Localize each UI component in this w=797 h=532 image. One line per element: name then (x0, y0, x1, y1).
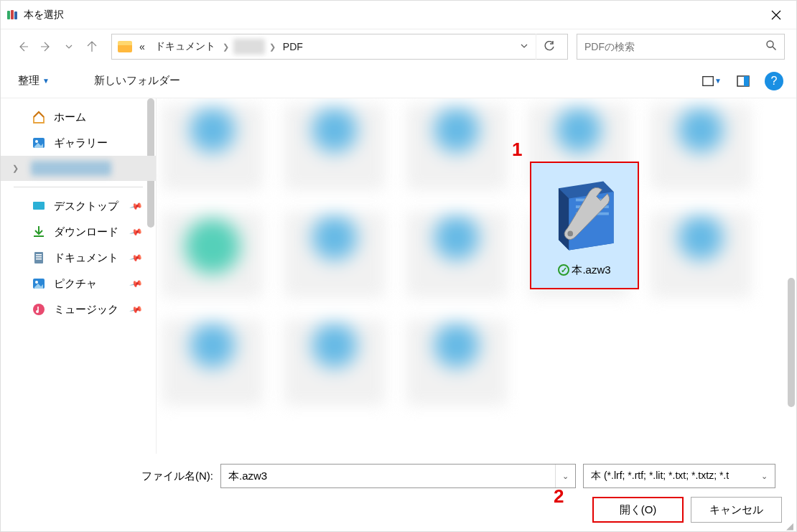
svg-rect-2 (14, 11, 17, 19)
file-thumbnail (541, 174, 628, 261)
sidebar-label-gallery: ギャラリー (54, 136, 108, 150)
new-folder-button[interactable]: 新しいフォルダー (90, 71, 185, 90)
filename-label: ファイル名(N): (141, 470, 213, 483)
svg-point-8 (35, 140, 38, 143)
footer: ファイル名(N): ⌄ 本 (*.lrf; *.rtf; *.lit; *.tx… (1, 454, 796, 531)
filename-input[interactable] (221, 470, 555, 482)
svg-rect-10 (34, 252, 43, 263)
toolbar: 整理▼ 新しいフォルダー ▼ ? (1, 64, 796, 98)
pin-icon: 📌 (129, 302, 144, 317)
sidebar-item-documents[interactable]: ドキュメント 📌 (1, 245, 156, 271)
file-label: ✓ 本.azw3 (558, 263, 610, 277)
file-open-dialog: 本を選択 « ドキュメント ❯ xxx ❯ PDF 整理▼ (0, 0, 797, 532)
pin-icon: 📌 (129, 276, 144, 291)
resize-grip[interactable]: ◢ (786, 524, 793, 528)
search-box[interactable] (577, 34, 785, 60)
svg-rect-4 (703, 76, 713, 85)
close-button[interactable] (762, 1, 791, 29)
document-icon (31, 250, 47, 266)
svg-point-16 (33, 304, 45, 315)
sidebar-label-pictures: ピクチャ (54, 277, 97, 291)
arrow-up-icon (86, 41, 98, 52)
forward-button[interactable] (35, 35, 57, 58)
file-item-selected[interactable]: ✓ 本.azw3 (530, 162, 639, 289)
desktop-icon (31, 198, 47, 214)
open-button[interactable]: 開く(O) (592, 497, 684, 523)
svg-rect-11 (36, 254, 42, 256)
arrow-left-icon (17, 41, 29, 52)
annotation-marker-1: 1 (512, 139, 522, 161)
gallery-icon (31, 135, 47, 151)
body: ホーム ギャラリー ❯ xxxxx xxxx デスクトップ 📌 ダウンロード 📌 (1, 98, 796, 454)
filename-dropdown[interactable]: ⌄ (555, 465, 575, 487)
search-input[interactable] (584, 41, 765, 52)
sidebar-item-music[interactable]: ミュージック 📌 (1, 297, 156, 322)
file-list-pane[interactable]: 1 ✓ 本.azw3 (157, 98, 796, 454)
svg-rect-12 (36, 256, 42, 258)
filename-combobox[interactable]: ⌄ (220, 464, 576, 488)
filetype-filter[interactable]: 本 (*.lrf; *.rtf; *.lit; *.txt; *.txtz; *… (583, 464, 775, 488)
sidebar-item-redacted[interactable]: ❯ xxxxx xxxx (1, 156, 156, 181)
folder-icon (118, 41, 132, 52)
sidebar-divider (14, 187, 143, 187)
up-button[interactable] (81, 35, 103, 58)
file-name: 本.azw3 (572, 263, 610, 277)
filter-text: 本 (*.lrf; *.rtf; *.lit; *.txt; *.txtz; *… (591, 470, 729, 482)
download-icon (31, 224, 47, 240)
sidebar-item-home[interactable]: ホーム (1, 104, 156, 130)
chevron-right-icon: ❯ (223, 42, 229, 52)
sidebar-item-downloads[interactable]: ダウンロード 📌 (1, 219, 156, 245)
nav-row: « ドキュメント ❯ xxx ❯ PDF (1, 29, 796, 64)
cancel-button[interactable]: キャンセル (691, 497, 782, 523)
pin-icon: 📌 (129, 251, 144, 265)
toolbar-right: ▼ ? (702, 71, 783, 91)
blurred-file-items (162, 104, 791, 448)
sidebar-label-desktop: デスクトップ (54, 200, 118, 213)
back-button[interactable] (12, 35, 34, 58)
filename-row: ファイル名(N): ⌄ 本 (*.lrf; *.rtf; *.lit; *.tx… (15, 464, 782, 488)
sidebar-label-documents: ドキュメント (54, 251, 118, 265)
preview-pane-icon (736, 74, 750, 88)
dialog-title: 本を選択 (24, 9, 762, 22)
arrow-right-icon (40, 41, 52, 52)
chevron-right-icon: ❯ (269, 42, 276, 52)
chevron-down-icon: ⌄ (757, 472, 768, 481)
svg-point-17 (36, 310, 39, 313)
help-button[interactable]: ? (765, 72, 783, 90)
svg-rect-13 (36, 258, 42, 260)
file-area-scrollbar[interactable] (788, 278, 795, 407)
search-icon[interactable] (765, 39, 777, 54)
refresh-button[interactable] (536, 34, 561, 60)
music-icon (31, 302, 47, 317)
svg-rect-1 (11, 10, 14, 19)
chevron-right-icon: ❯ (12, 164, 19, 173)
annotation-marker-2: 2 (554, 485, 564, 508)
svg-point-21 (567, 230, 573, 236)
preview-pane-button[interactable] (733, 71, 753, 91)
chevron-down-icon: ▼ (42, 77, 50, 85)
breadcrumb-seg-redacted[interactable]: xxx (233, 39, 265, 55)
sidebar: ホーム ギャラリー ❯ xxxxx xxxx デスクトップ 📌 ダウンロード 📌 (1, 98, 157, 454)
organize-menu[interactable]: 整理▼ (14, 71, 54, 90)
pin-icon: 📌 (129, 225, 144, 239)
breadcrumb-bar[interactable]: « ドキュメント ❯ xxx ❯ PDF (111, 34, 568, 60)
breadcrumb-seg-pdf[interactable]: PDF (280, 39, 306, 54)
home-icon (31, 109, 47, 125)
view-menu[interactable]: ▼ (702, 71, 722, 91)
sidebar-item-pictures[interactable]: ピクチャ 📌 (1, 271, 156, 297)
breadcrumb-seg-documents[interactable]: ドキュメント (152, 39, 218, 55)
breadcrumb-dropdown[interactable] (517, 40, 531, 53)
history-dropdown[interactable] (58, 35, 80, 58)
chevron-down-icon: ▼ (714, 77, 722, 85)
svg-rect-0 (7, 11, 10, 19)
nav-arrows (12, 35, 103, 58)
app-icon (6, 9, 18, 21)
svg-point-3 (767, 41, 773, 47)
titlebar: 本を選択 (1, 1, 796, 29)
svg-rect-6 (744, 76, 749, 86)
pin-icon: 📌 (129, 199, 144, 213)
breadcrumb-prefix[interactable]: « (136, 39, 148, 54)
sidebar-item-desktop[interactable]: デスクトップ 📌 (1, 193, 156, 219)
sidebar-label-music: ミュージック (54, 303, 118, 317)
sidebar-item-gallery[interactable]: ギャラリー (1, 130, 156, 156)
